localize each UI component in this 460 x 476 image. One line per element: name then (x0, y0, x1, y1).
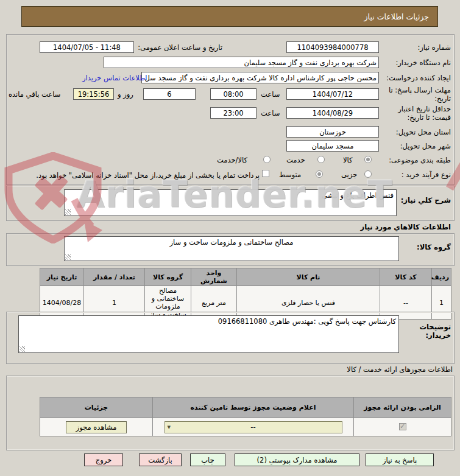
buyer-notes-text: کارشناس جهت پاسخ گویی :مهندس طاهری 09166… (218, 317, 396, 326)
validity-hour-label: ساعت (261, 109, 280, 117)
col-quantity: تعداد / مقدار (84, 268, 145, 286)
need-number-field[interactable]: 1104093984000778 (286, 41, 379, 53)
permits-table-header-row: الزامی بودن ارائه مجوز اعلام وضعیت مجوز … (40, 397, 451, 418)
need-desc-label: شرح کلي نیاز: (401, 196, 451, 205)
permit-status-value: -- (250, 423, 255, 432)
delivery-province-label: استان محل تحویل: (396, 128, 451, 136)
process-type-label: نوع فرآیند خرید : (402, 170, 451, 179)
respond-to-need-button[interactable]: پاسخ به نیاز (366, 453, 434, 466)
need-desc-textarea[interactable]: فنس اطراف باغ و نبشی (64, 189, 397, 216)
price-validity-label: حداقل تاریخ اعتبار قیمت: تا تاریخ: (381, 105, 451, 122)
classification-label: طبقه بندی موضوعی: (389, 156, 451, 164)
chevron-down-icon: ▾ (168, 423, 171, 431)
resize-grip-icon[interactable] (19, 346, 25, 352)
items-table-header-row: ردیف کد کالا نام کالا واحد شمارش گروه کا… (40, 268, 451, 286)
radio-service[interactable] (317, 156, 325, 163)
resize-grip-icon[interactable] (65, 209, 71, 215)
radio-service-label: خدمت (286, 156, 305, 164)
validity-time-field[interactable]: 23:00 (210, 107, 257, 119)
permits-table: الزامی بودن ارائه مجوز اعلام وضعیت مجوز … (40, 397, 451, 436)
need-details-page: { "header": { "title": "جزئیات اطلاعات ن… (0, 0, 460, 476)
radio-goods-label: کالا (343, 156, 353, 164)
col-permit-mandatory: الزامی بودن ارائه مجوز (354, 397, 451, 418)
exit-button[interactable]: خروج (84, 453, 123, 466)
need-number-label: شماره نیاز: (417, 43, 451, 52)
deadline-date-field[interactable]: 1404/07/12 (286, 88, 379, 100)
buyer-org-label: نام دستگاه خریدار: (395, 58, 451, 67)
radio-partial-label: جزیی (341, 170, 357, 179)
request-creator-label: ایجاد کننده درخواست: (386, 74, 451, 82)
col-need-date: تاریخ نیاز (40, 268, 84, 286)
delivery-province-field[interactable]: خوزستان (286, 126, 379, 138)
goods-group-textarea[interactable]: مصالح ساختمانی و ملزومات ساخت و ساز (64, 236, 399, 261)
back-button[interactable]: بازگشت (139, 453, 182, 466)
col-group: گروه کالا (145, 268, 191, 286)
announce-datetime-label: تاریخ و ساعت اعلان عمومی: (138, 43, 222, 52)
page-title: جزئیات اطلاعات نیاز (21, 6, 438, 27)
radio-goods[interactable] (364, 156, 372, 163)
radio-partial[interactable] (364, 170, 372, 178)
time-remaining-field: 19:15:56 (73, 88, 114, 100)
print-button[interactable]: چاپ (190, 453, 225, 466)
col-item-code: کد کالا (380, 268, 432, 286)
view-attachments-button[interactable]: مشاهده مدارک پیوستي (2) (235, 453, 359, 466)
days-remaining-field[interactable]: 6 (143, 88, 196, 100)
col-row-number: ردیف (432, 268, 451, 286)
permits-table-row: -- ▾ مشاهده مجوز (40, 418, 451, 436)
permit-status-dropdown[interactable]: -- ▾ (165, 421, 342, 433)
buyer-org-field[interactable]: شرکت بهره برداری نفت و گاز مسجد سلیمان (104, 57, 379, 68)
radio-goods-service-label: کالا/خدمت (217, 156, 247, 164)
buyer-contact-link[interactable]: اطلاعات تماس خریدار (82, 74, 147, 82)
radio-medium-label: متوسط (279, 170, 301, 179)
goods-group-label: گروه کالا: (417, 243, 451, 251)
days-and-label: روز و (118, 90, 133, 99)
request-creator-field[interactable]: محسن حاجی پور کارشناس اداره کالا شرکت به… (141, 72, 379, 83)
buyer-notes-textarea[interactable]: کارشناس جهت پاسخ گویی :مهندس طاهری 09166… (18, 315, 399, 353)
deadline-hour-label: ساعت (261, 90, 280, 99)
cell-permit-mandatory (354, 418, 451, 436)
goods-section-title: اطلاعات کالاهاي مورد نیاز (361, 223, 451, 231)
delivery-city-field[interactable]: مسجد سلیمان (286, 140, 379, 152)
announce-datetime-field[interactable]: 1404/07/05 - 11:48 (40, 41, 134, 53)
permits-section-title: اطلاعات مجوزهای ارائه خدمت / کالا (347, 365, 453, 374)
buyer-notes-label: توضیحات خریدار: (409, 323, 451, 340)
permit-mandatory-checkbox[interactable] (399, 423, 406, 430)
col-item-name: نام کالا (237, 268, 380, 286)
col-unit: واحد شمارش (191, 268, 237, 286)
view-permit-button[interactable]: مشاهده مجوز (66, 421, 127, 433)
cell-permit-status: -- ▾ (153, 418, 354, 436)
radio-goods-service[interactable] (263, 156, 271, 163)
goods-group-text: مصالح ساختمانی و ملزومات ساخت و ساز (170, 238, 294, 247)
resize-grip-icon[interactable] (65, 254, 71, 260)
cell-permit-details: مشاهده مجوز (40, 418, 153, 436)
treasury-checkbox[interactable] (262, 170, 269, 177)
delivery-city-label: شهر محل تحویل: (400, 142, 451, 150)
need-desc-text: فنس اطراف باغ و نبشی (322, 191, 394, 200)
col-permit-status: اعلام وضعیت مجوز توسط تامین کننده (153, 397, 354, 418)
hours-remaining-label: ساعت باقي مانده (9, 90, 60, 99)
treasury-checkbox-label: پرداخت تمام یا بخشی از مبلغ خرید،از محل … (36, 171, 260, 180)
deadline-time-field[interactable]: 08:00 (210, 88, 257, 100)
col-permit-details: جزئیات (40, 397, 153, 418)
response-deadline-label: مهلت ارسال پاسخ: تا تاریخ: (381, 86, 451, 103)
validity-date-field[interactable]: 1404/08/29 (286, 107, 379, 119)
radio-medium[interactable] (316, 170, 323, 178)
